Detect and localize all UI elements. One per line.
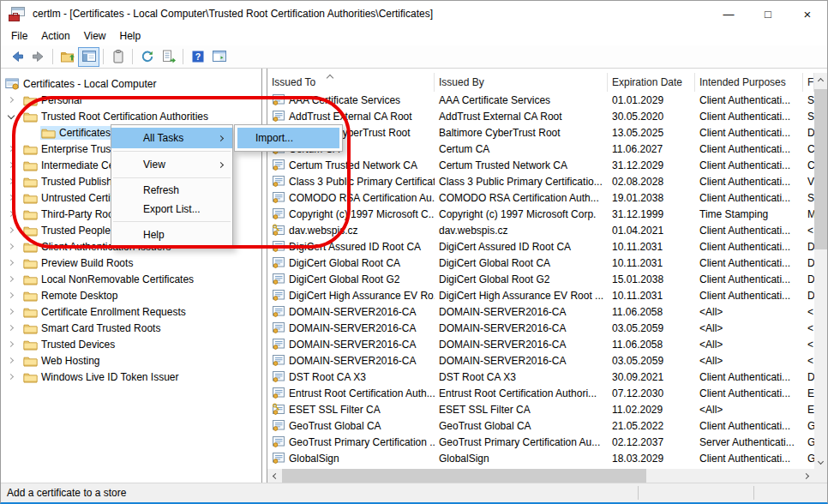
menu-item-refresh[interactable]: Refresh bbox=[111, 181, 232, 200]
tree-item-trusted-devices[interactable]: Trusted Devices bbox=[1, 336, 261, 352]
menu-item-all-tasks[interactable]: All Tasks bbox=[111, 128, 232, 148]
tree-item-certificates-local-computer[interactable]: Certificates - Local Computer bbox=[1, 75, 261, 92]
action-pane-button[interactable] bbox=[208, 47, 230, 67]
show-console-tree-button[interactable] bbox=[78, 47, 99, 67]
help-button[interactable]: ? bbox=[187, 47, 208, 67]
menubar-item-view[interactable]: View bbox=[77, 28, 113, 44]
tree-expander[interactable] bbox=[4, 98, 22, 102]
tree-expander[interactable] bbox=[4, 358, 22, 363]
menu-item-export-list-[interactable]: Export List... bbox=[111, 200, 232, 219]
table-row[interactable]: Certum Trusted Network CACertum Trusted … bbox=[267, 157, 814, 173]
table-row[interactable]: Certum CACertum CA11.06.2027Client Authe… bbox=[267, 141, 814, 157]
table-row[interactable]: Class 3 Public Primary Certificat...Clas… bbox=[267, 173, 814, 189]
submenu-item-import-[interactable]: Import... bbox=[237, 128, 339, 148]
minimize-button[interactable]: — bbox=[709, 1, 748, 27]
table-row[interactable]: DST Root CA X3DST Root CA X330.09.2021Cl… bbox=[267, 369, 814, 385]
up-one-level-folder-button[interactable] bbox=[57, 47, 78, 67]
chevron-right-icon bbox=[8, 341, 14, 347]
table-row[interactable]: dav.webspis.czdav.webspis.cz01.04.2021Cl… bbox=[267, 222, 814, 238]
table-row[interactable]: DigiCert Global Root CADigiCert Global R… bbox=[267, 255, 814, 271]
tree-expander[interactable] bbox=[4, 277, 22, 281]
menubar-item-file[interactable]: File bbox=[4, 28, 34, 44]
tree-item-smart-card-trusted-roots[interactable]: Smart Card Trusted Roots bbox=[1, 320, 261, 336]
tree-expander[interactable] bbox=[4, 195, 22, 200]
column-header-label: F bbox=[807, 76, 813, 88]
properties-clipboard-button[interactable] bbox=[107, 47, 129, 67]
table-row[interactable]: DigiCert Global Root G2DigiCert Global R… bbox=[267, 271, 814, 287]
forward-arrow-button[interactable] bbox=[27, 47, 49, 67]
table-row[interactable]: DOMAIN-SERVER2016-CADOMAIN-SERVER2016-CA… bbox=[267, 352, 814, 369]
tree-expander[interactable] bbox=[4, 179, 22, 183]
menubar-item-help[interactable]: Help bbox=[113, 28, 148, 44]
table-row[interactable]: COMODO RSA Certification Au...COMODO RSA… bbox=[267, 189, 814, 206]
maximize-button[interactable]: □ bbox=[748, 1, 788, 27]
tree-item-trusted-root-certification-authorities[interactable]: Trusted Root Certification Authorities bbox=[1, 108, 261, 124]
column-header-intended-purposes[interactable]: Intended Purposes bbox=[695, 73, 803, 92]
table-row[interactable]: DOMAIN-SERVER2016-CADOMAIN-SERVER2016-CA… bbox=[267, 303, 814, 320]
scroll-up-arrow-icon[interactable] bbox=[814, 73, 827, 87]
column-header-f[interactable]: F bbox=[803, 73, 814, 92]
tree-item-personal[interactable]: Personal bbox=[1, 92, 261, 108]
tree-expander[interactable] bbox=[4, 293, 22, 297]
tree-expander[interactable] bbox=[4, 375, 22, 379]
table-row[interactable]: AAA Certificate ServicesAAA Certificate … bbox=[267, 92, 814, 108]
column-header-issued-to[interactable]: Issued To bbox=[267, 73, 435, 92]
tree-expander[interactable] bbox=[4, 228, 22, 232]
table-row[interactable]: GeoTrust Global CAGeoTrust Global CA21.0… bbox=[267, 417, 814, 434]
back-arrow-button[interactable] bbox=[6, 47, 27, 67]
tree-item-local-nonremovable-certificates[interactable]: Local NonRemovable Certificates bbox=[1, 271, 261, 287]
menubar-item-action[interactable]: Action bbox=[34, 28, 76, 44]
vertical-scrollbar[interactable] bbox=[814, 73, 827, 469]
tree-item-label: Smart Card Trusted Roots bbox=[41, 322, 160, 334]
table-row[interactable]: DigiCert Assured ID Root CADigiCert Assu… bbox=[267, 238, 814, 255]
vertical-scroll-thumb[interactable] bbox=[814, 89, 827, 249]
tree-expander[interactable] bbox=[4, 115, 22, 118]
table-row[interactable]: GeoTrust Primary Certification ...GeoTru… bbox=[267, 434, 814, 450]
intended-purposes-cell: <All> bbox=[695, 322, 803, 334]
table-row[interactable]: DOMAIN-SERVER2016-CADOMAIN-SERVER2016-CA… bbox=[267, 320, 814, 336]
scroll-left-arrow-icon[interactable] bbox=[267, 469, 281, 483]
certificates-list-pane[interactable]: Issued ToIssued ByExpiration DateIntende… bbox=[267, 69, 827, 483]
scroll-down-arrow-icon[interactable] bbox=[814, 455, 827, 469]
tree-expander[interactable] bbox=[4, 261, 22, 265]
expiration-date-cell: 07.12.2030 bbox=[608, 387, 695, 399]
table-row[interactable]: DOMAIN-SERVER2016-CADOMAIN-SERVER2016-CA… bbox=[267, 336, 814, 352]
expiration-date-cell: 02.08.2028 bbox=[608, 176, 695, 188]
table-row[interactable]: Entrust Root Certification Auth...Entrus… bbox=[267, 385, 814, 401]
close-button[interactable]: × bbox=[788, 1, 827, 27]
export-list-button[interactable] bbox=[158, 47, 179, 67]
column-header-issued-by[interactable]: Issued By bbox=[435, 73, 608, 92]
menu-item-view[interactable]: View bbox=[111, 154, 232, 175]
tree-item-remote-desktop[interactable]: Remote Desktop bbox=[1, 287, 261, 303]
tree-item-label: Windows Live ID Token Issuer bbox=[41, 371, 179, 383]
scroll-right-arrow-icon[interactable] bbox=[801, 469, 814, 483]
table-row[interactable]: GlobalSignGlobalSign18.03.2029Client Aut… bbox=[267, 450, 814, 466]
horizontal-scrollbar[interactable] bbox=[267, 469, 814, 483]
refresh-button[interactable] bbox=[136, 47, 158, 67]
table-row[interactable]: DigiCert High Assurance EV Ro...DigiCert… bbox=[267, 287, 814, 303]
tree-expander[interactable] bbox=[4, 212, 22, 216]
tree-expander[interactable] bbox=[4, 309, 22, 314]
tree-item-label: Certificates - Local Computer bbox=[23, 78, 156, 90]
issued-to-text: Entrust Root Certification Auth... bbox=[289, 387, 435, 399]
column-header-expiration-date[interactable]: Expiration Date bbox=[608, 73, 695, 92]
horizontal-scroll-thumb[interactable] bbox=[282, 469, 646, 483]
table-row[interactable]: AddTrust External CA RootAddTrust Extern… bbox=[267, 108, 814, 124]
tree-expander[interactable] bbox=[4, 163, 22, 167]
tree-expander[interactable] bbox=[4, 147, 22, 151]
tree-item-preview-build-roots[interactable]: Preview Build Roots bbox=[1, 255, 261, 271]
certificate-icon bbox=[272, 354, 285, 367]
menu-item-help[interactable]: Help bbox=[111, 225, 232, 245]
tree-item-windows-live-id-token-issuer[interactable]: Windows Live ID Token Issuer bbox=[1, 369, 261, 385]
tree-item-certificate-enrollment-requests[interactable]: Certificate Enrollment Requests bbox=[1, 303, 261, 320]
intended-purposes-cell: Client Authenticati... bbox=[695, 176, 803, 188]
tree-expander[interactable] bbox=[4, 326, 22, 330]
table-row[interactable]: Baltimore CyberTrust RootBaltimore Cyber… bbox=[267, 124, 814, 141]
tree-expander[interactable] bbox=[4, 244, 22, 249]
tree-expander[interactable] bbox=[4, 342, 22, 346]
tree-item-web-hosting[interactable]: Web Hosting bbox=[1, 352, 261, 369]
forward-arrow-icon bbox=[31, 49, 46, 64]
table-row[interactable]: Copyright (c) 1997 Microsoft C...Copyrig… bbox=[267, 206, 814, 222]
table-row[interactable]: ESET SSL Filter CAESET SSL Filter CA11.0… bbox=[267, 401, 814, 417]
issued-to-text: Class 3 Public Primary Certificat... bbox=[289, 176, 435, 188]
